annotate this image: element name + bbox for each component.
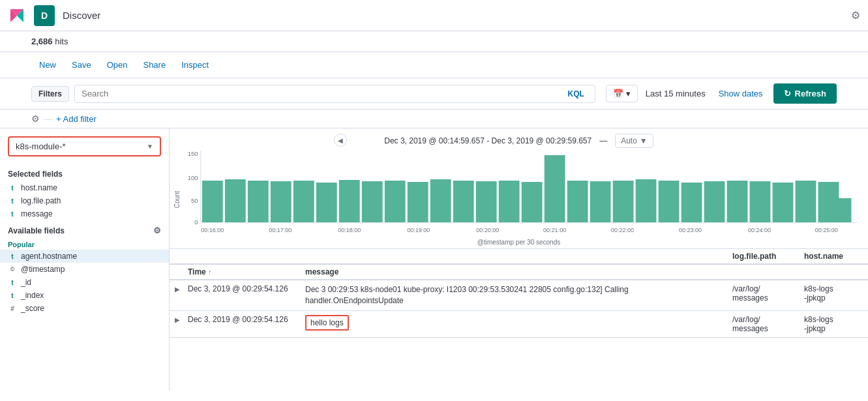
svg-text:00:21:00: 00:21:00 <box>543 227 566 233</box>
popular-label: Popular <box>0 238 169 250</box>
chart-y-label: Count <box>173 191 181 209</box>
hits-label: hits <box>55 37 68 46</box>
field-type-t-icon: t <box>8 291 17 300</box>
time-range-text: Last 15 minutes <box>640 89 711 98</box>
table-row[interactable]: ▶ Dec 3, 2019 @ 00:29:54.126 hello logs … <box>170 311 868 338</box>
available-fields-gear-icon[interactable]: ⚙ <box>153 226 161 235</box>
field-name-id: _id <box>21 278 161 287</box>
chart-dash: — <box>599 136 607 145</box>
sidebar: k8s-module-* ▼ Selected fields t host.na… <box>0 128 170 391</box>
main-content: ◀ Dec 3, 2019 @ 00:14:59.657 - Dec 3, 20… <box>170 128 868 391</box>
hello-logs-highlight: hello logs <box>305 315 349 331</box>
sort-icon: ↑ <box>208 269 211 276</box>
svg-rect-17 <box>430 179 451 222</box>
inspect-button[interactable]: Inspect <box>173 55 217 75</box>
svg-rect-8 <box>225 179 246 222</box>
svg-rect-12 <box>316 183 337 222</box>
cell-hostname-1: k8s-logs-jpkqp <box>804 284 863 303</box>
field-type-t-icon: t <box>8 196 17 205</box>
sidebar-item-score[interactable]: # _score <box>0 302 169 315</box>
svg-rect-11 <box>293 181 314 222</box>
sidebar-item-index[interactable]: t _index <box>0 289 169 302</box>
cell-logpath-2: /var/log/messages <box>732 315 804 333</box>
filters-label: Filters <box>31 86 69 102</box>
auto-chevron-icon: ▼ <box>640 136 648 145</box>
filter-separator: — <box>44 114 52 124</box>
cell-time-1: Dec 3, 2019 @ 00:29:54.126 <box>188 284 305 293</box>
sidebar-item-id[interactable]: t _id <box>0 276 169 289</box>
svg-rect-19 <box>476 181 497 222</box>
add-filter-button[interactable]: + Add filter <box>56 114 97 124</box>
svg-rect-16 <box>408 182 428 222</box>
selected-field-logpath[interactable]: t log.file.path <box>0 194 169 207</box>
cell-message-2: hello logs <box>305 315 732 331</box>
field-name-index: _index <box>21 291 161 300</box>
show-dates-button[interactable]: Show dates <box>713 86 768 101</box>
search-input[interactable] <box>82 89 564 98</box>
svg-text:50: 50 <box>191 198 198 204</box>
kql-toggle[interactable]: KQL <box>564 88 588 100</box>
svg-rect-20 <box>499 181 520 222</box>
calendar-chevron: ▾ <box>626 89 631 98</box>
action-bar: New Save Open Share Inspect <box>0 52 868 78</box>
selected-fields-title: Selected fields <box>0 164 169 181</box>
svg-text:100: 100 <box>188 175 198 181</box>
histogram-chart: 150 100 50 0 <box>180 151 858 235</box>
open-button[interactable]: Open <box>99 55 136 75</box>
selected-field-message[interactable]: t message <box>0 207 169 220</box>
expand-arrow-icon[interactable]: ▶ <box>175 315 188 323</box>
field-type-t-icon: t <box>8 278 17 287</box>
selected-field-hostname[interactable]: t host.name <box>0 181 169 194</box>
refresh-button[interactable]: ↻ Refresh <box>773 83 837 104</box>
index-chevron-icon: ▼ <box>147 143 153 150</box>
app-icon: D <box>34 5 55 26</box>
col-header-time[interactable]: Time ↑ <box>188 267 305 276</box>
top-bar-right: ⚙ <box>851 9 860 22</box>
svg-text:00:20:00: 00:20:00 <box>476 227 499 233</box>
field-type-t-icon: t <box>8 183 17 192</box>
svg-rect-10 <box>271 181 292 222</box>
svg-rect-24 <box>590 181 611 222</box>
sidebar-collapse-arrow[interactable]: ◀ <box>334 134 347 147</box>
svg-text:00:24:00: 00:24:00 <box>748 227 771 233</box>
settings-gear-icon[interactable]: ⚙ <box>851 10 860 21</box>
chart-header: Dec 3, 2019 @ 00:14:59.657 - Dec 3, 2019… <box>180 134 858 148</box>
filter-gear-icon[interactable]: ⚙ <box>31 113 40 124</box>
sidebar-item-agent-hostname[interactable]: t agent.hostname <box>0 250 169 263</box>
svg-text:0: 0 <box>194 219 198 226</box>
svg-rect-22 <box>545 155 565 222</box>
new-button[interactable]: New <box>31 55 64 75</box>
calendar-icon: 📅 <box>613 89 623 98</box>
available-fields-title: Available fields ⚙ <box>0 220 169 238</box>
svg-text:150: 150 <box>188 151 198 157</box>
main-layout: k8s-module-* ▼ Selected fields t host.na… <box>0 128 868 391</box>
table-column-row: Time ↑ message <box>170 265 868 280</box>
top-bar: D Discover ⚙ <box>0 0 868 31</box>
col-header-logpath: log.file.path <box>732 252 804 261</box>
svg-rect-7 <box>202 181 223 222</box>
svg-rect-9 <box>248 181 269 222</box>
calendar-button[interactable]: 📅 ▾ <box>606 85 638 102</box>
svg-rect-33 <box>796 181 816 222</box>
svg-rect-28 <box>681 183 702 222</box>
expand-arrow-icon[interactable]: ▶ <box>175 284 188 293</box>
svg-rect-13 <box>339 180 360 222</box>
svg-text:00:16:00: 00:16:00 <box>201 227 224 233</box>
cell-message-1: Dec 3 00:29:53 k8s-node01 kube-proxy: I1… <box>305 284 732 306</box>
table-row[interactable]: ▶ Dec 3, 2019 @ 00:29:54.126 Dec 3 00:29… <box>170 280 868 311</box>
chart-wrapper: Count 150 100 50 0 <box>180 151 858 248</box>
save-button[interactable]: Save <box>64 55 99 75</box>
index-selector[interactable]: k8s-module-* ▼ <box>8 136 161 156</box>
auto-label: Auto <box>621 136 637 145</box>
cell-hostname-2: k8s-logs-jpkqp <box>804 315 863 333</box>
sidebar-item-timestamp[interactable]: © @timestamp <box>0 263 169 276</box>
col-header-hostname: host.name <box>804 252 863 261</box>
time-section: 📅 ▾ Last 15 minutes Show dates <box>606 85 768 102</box>
auto-select[interactable]: Auto ▼ <box>615 134 653 148</box>
field-name-message: message <box>21 209 161 218</box>
share-button[interactable]: Share <box>135 55 173 75</box>
hits-bar: 2,686 hits <box>0 31 868 52</box>
field-name-timestamp: @timestamp <box>21 265 161 274</box>
svg-rect-25 <box>613 181 634 222</box>
svg-rect-35 <box>834 198 852 222</box>
